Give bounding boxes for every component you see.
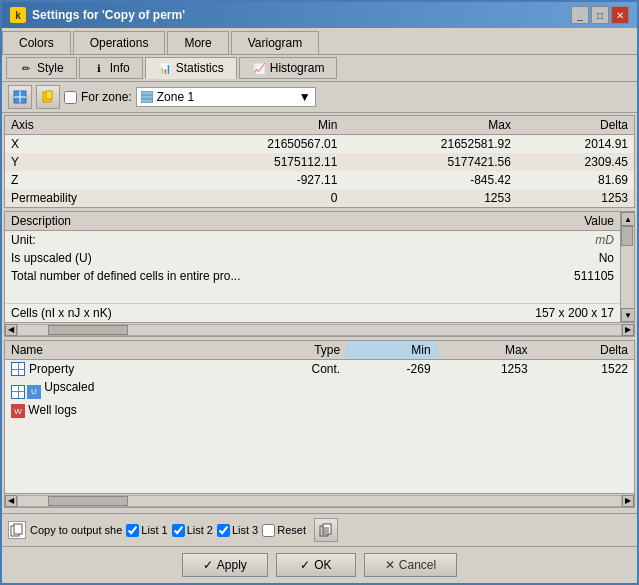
desc-cells-value: 157 x 200 x 17 (452, 304, 620, 323)
ok-label: OK (314, 558, 331, 572)
copy-to-output-icon (8, 521, 26, 539)
stats-header-delta: Delta (517, 116, 634, 135)
list1-checkbox-area: List 1 (126, 524, 167, 537)
desc-upscaled-value: No (452, 249, 620, 267)
prop-header-delta: Delta (534, 341, 634, 360)
well-icon: W (11, 404, 25, 418)
zone-checkbox-area: For zone: (64, 90, 132, 104)
zone-checkbox[interactable] (64, 91, 77, 104)
prop-row-welllogs: W Well logs (5, 401, 634, 421)
prop-row-property: Property Cont. -269 1253 1522 (5, 360, 634, 379)
desc-empty-value (452, 285, 620, 304)
desc-content: Description Value Unit: mD Is upscaled (… (5, 212, 620, 322)
zone-icon (141, 91, 153, 103)
main-window: k Settings for 'Copy of perm' _ □ ✕ Colo… (0, 0, 639, 585)
tab-variogram[interactable]: Variogram (231, 31, 319, 54)
zone-dropdown-arrow[interactable]: ▼ (299, 90, 311, 104)
cancel-button[interactable]: ✕ Cancel (364, 553, 457, 577)
desc-row-cells: Cells (nI x nJ x nK) 157 x 200 x 17 (5, 304, 620, 323)
top-tab-bar: Colors Operations More Variogram (2, 28, 637, 55)
desc-row-total: Total number of defined cells in entire … (5, 267, 620, 285)
stats-perm-min: 0 (170, 189, 343, 207)
stats-z-min: -927.11 (170, 171, 343, 189)
list3-checkbox[interactable] (217, 524, 230, 537)
tab-statistics[interactable]: 📊 Statistics (145, 57, 237, 79)
tab-operations[interactable]: Operations (73, 31, 166, 54)
prop-h-scroll-right-arrow[interactable]: ▶ (622, 495, 634, 507)
action-buttons-bar: ✓ Apply ✓ OK ✕ Cancel (2, 546, 637, 583)
upscaled-icon-group: U (11, 385, 41, 399)
zone-checkbox-label: For zone: (81, 90, 132, 104)
scroll-up-arrow[interactable]: ▲ (621, 212, 635, 226)
prop-property-type: Cont. (244, 360, 346, 379)
prop-property-min: -269 (346, 360, 436, 379)
prop-header-max: Max (437, 341, 534, 360)
zone-select[interactable]: Zone 1 ▼ (136, 87, 316, 107)
ok-checkmark-icon: ✓ (300, 558, 310, 572)
list2-checkbox[interactable] (172, 524, 185, 537)
toolbar-btn-2[interactable] (36, 85, 60, 109)
list2-label: List 2 (187, 524, 213, 536)
apply-button[interactable]: ✓ Apply (182, 553, 268, 577)
title-controls: _ □ ✕ (571, 6, 629, 24)
list3-label: List 3 (232, 524, 258, 536)
stats-y-axis: Y (5, 153, 170, 171)
desc-table: Description Value Unit: mD Is upscaled (… (5, 212, 620, 322)
tab-histogram-label: Histogram (270, 61, 325, 75)
info-icon: ℹ (92, 61, 106, 75)
tab-style[interactable]: ✏ Style (6, 57, 77, 79)
prop-upscaled-type (244, 378, 346, 401)
stats-header-max: Max (343, 116, 516, 135)
stats-z-max: -845.42 (343, 171, 516, 189)
description-section: Description Value Unit: mD Is upscaled (… (4, 211, 635, 337)
property-grid-icon (11, 362, 25, 376)
prop-welllogs-max (437, 401, 534, 421)
h-scroll-right-arrow[interactable]: ▶ (622, 324, 634, 336)
desc-row-unit: Unit: mD (5, 231, 620, 250)
tab-histogram[interactable]: 📈 Histogram (239, 57, 338, 79)
prop-upscaled-name: U Upscaled (5, 378, 244, 401)
h-scroll-left-arrow[interactable]: ◀ (5, 324, 17, 336)
tab-style-label: Style (37, 61, 64, 75)
zone-name: Zone 1 (157, 90, 194, 104)
prop-property-max: 1253 (437, 360, 534, 379)
content-area: Axis Min Max Delta X 21650567.01 2165258… (2, 113, 637, 513)
minimize-button[interactable]: _ (571, 6, 589, 24)
tab-info[interactable]: ℹ Info (79, 57, 143, 79)
h-scroll-thumb[interactable] (48, 325, 128, 335)
prop-h-scroll-track[interactable] (17, 495, 622, 507)
prop-property-delta: 1522 (534, 360, 634, 379)
stats-z-axis: Z (5, 171, 170, 189)
desc-upscaled-label: Is upscaled (U) (5, 249, 452, 267)
stats-x-delta: 2014.91 (517, 135, 634, 154)
prop-h-scroll-left-arrow[interactable]: ◀ (5, 495, 17, 507)
scroll-down-arrow[interactable]: ▼ (621, 308, 635, 322)
desc-total-value: 511105 (452, 267, 620, 285)
close-button[interactable]: ✕ (611, 6, 629, 24)
toolbar-icon-2 (41, 90, 55, 104)
h-scroll-track[interactable] (17, 324, 622, 336)
list1-checkbox[interactable] (126, 524, 139, 537)
apply-checkmark-icon: ✓ (203, 558, 213, 572)
prop-h-scroll-thumb[interactable] (48, 496, 128, 506)
maximize-button[interactable]: □ (591, 6, 609, 24)
copy-action-icon (319, 523, 333, 537)
scroll-track-v[interactable] (621, 226, 634, 308)
ok-button[interactable]: ✓ OK (276, 553, 356, 577)
prop-upscaled-delta (534, 378, 634, 401)
prop-row-upscaled: U Upscaled (5, 378, 634, 401)
prop-upscaled-min (346, 378, 436, 401)
tab-colors[interactable]: Colors (2, 31, 71, 54)
tab-more[interactable]: More (167, 31, 228, 54)
reset-checkbox[interactable] (262, 524, 275, 537)
stats-y-delta: 2309.45 (517, 153, 634, 171)
prop-horizontal-scrollbar: ◀ ▶ (5, 493, 634, 507)
app-icon: k (10, 7, 26, 23)
toolbar-btn-1[interactable] (8, 85, 32, 109)
scroll-thumb-v[interactable] (621, 226, 633, 246)
stats-perm-axis: Permeability (5, 189, 170, 207)
copy-action-btn[interactable] (314, 518, 338, 542)
desc-total-label: Total number of defined cells in entire … (5, 267, 452, 285)
prop-welllogs-min (346, 401, 436, 421)
bottom-toolbar: Copy to output she List 1 List 2 List 3 … (2, 513, 637, 546)
